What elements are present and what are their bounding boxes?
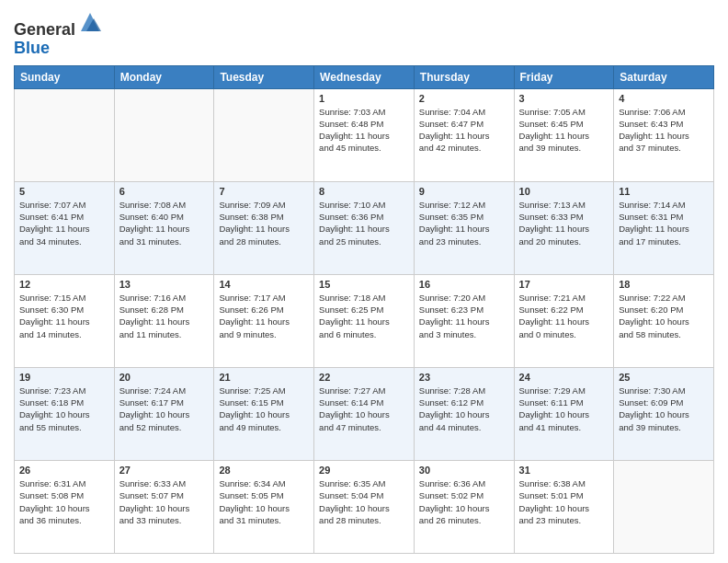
calendar-week-3: 12Sunrise: 7:15 AM Sunset: 6:30 PM Dayli… — [15, 274, 714, 367]
logo-icon — [77, 9, 103, 35]
day-number: 18 — [619, 279, 709, 290]
page: General Blue SundayMondayTuesdayWednesda… — [0, 0, 728, 563]
calendar-cell: 8Sunrise: 7:10 AM Sunset: 6:36 PM Daylig… — [314, 181, 415, 274]
day-number: 16 — [419, 279, 509, 290]
day-info: Sunrise: 7:07 AM Sunset: 6:41 PM Dayligh… — [19, 199, 109, 247]
day-number: 30 — [419, 465, 509, 476]
day-info: Sunrise: 7:14 AM Sunset: 6:31 PM Dayligh… — [619, 199, 709, 247]
calendar-cell — [15, 88, 115, 181]
calendar-cell: 6Sunrise: 7:08 AM Sunset: 6:40 PM Daylig… — [114, 181, 214, 274]
day-info: Sunrise: 7:16 AM Sunset: 6:28 PM Dayligh… — [119, 292, 210, 340]
day-number: 10 — [519, 186, 609, 197]
day-info: Sunrise: 7:27 AM Sunset: 6:14 PM Dayligh… — [319, 385, 409, 433]
logo-blue-text: Blue — [14, 39, 50, 57]
day-info: Sunrise: 6:31 AM Sunset: 5:08 PM Dayligh… — [19, 477, 109, 526]
day-info: Sunrise: 7:17 AM Sunset: 6:26 PM Dayligh… — [219, 292, 309, 340]
calendar-table: SundayMondayTuesdayWednesdayThursdayFrid… — [14, 65, 714, 554]
day-info: Sunrise: 7:10 AM Sunset: 6:36 PM Dayligh… — [319, 199, 409, 247]
day-number: 14 — [219, 279, 309, 290]
day-number: 6 — [119, 186, 210, 197]
day-info: Sunrise: 7:15 AM Sunset: 6:30 PM Dayligh… — [19, 292, 109, 340]
day-number: 28 — [219, 465, 309, 476]
calendar-cell: 4Sunrise: 7:06 AM Sunset: 6:43 PM Daylig… — [614, 88, 714, 181]
calendar-cell: 14Sunrise: 7:17 AM Sunset: 6:26 PM Dayli… — [214, 274, 314, 367]
calendar-cell: 9Sunrise: 7:12 AM Sunset: 6:35 PM Daylig… — [414, 181, 514, 274]
day-number: 26 — [19, 465, 109, 476]
day-number: 12 — [19, 279, 109, 290]
day-number: 29 — [319, 465, 409, 476]
calendar-cell: 7Sunrise: 7:09 AM Sunset: 6:38 PM Daylig… — [214, 181, 314, 274]
calendar-header-saturday: Saturday — [614, 65, 714, 88]
day-number: 17 — [519, 279, 609, 290]
day-info: Sunrise: 7:20 AM Sunset: 6:23 PM Dayligh… — [419, 292, 509, 340]
calendar-header-friday: Friday — [514, 65, 614, 88]
calendar-cell: 16Sunrise: 7:20 AM Sunset: 6:23 PM Dayli… — [414, 274, 514, 367]
calendar-cell: 11Sunrise: 7:14 AM Sunset: 6:31 PM Dayli… — [614, 181, 714, 274]
calendar-week-4: 19Sunrise: 7:23 AM Sunset: 6:18 PM Dayli… — [15, 367, 714, 460]
calendar-header-tuesday: Tuesday — [214, 65, 314, 88]
day-info: Sunrise: 7:05 AM Sunset: 6:45 PM Dayligh… — [519, 106, 609, 155]
day-number: 15 — [319, 279, 409, 290]
calendar-cell: 3Sunrise: 7:05 AM Sunset: 6:45 PM Daylig… — [514, 88, 614, 181]
calendar-cell: 13Sunrise: 7:16 AM Sunset: 6:28 PM Dayli… — [114, 274, 214, 367]
day-number: 9 — [419, 186, 509, 197]
day-number: 23 — [419, 372, 509, 383]
day-number: 3 — [519, 93, 609, 104]
calendar-header-sunday: Sunday — [15, 65, 115, 88]
day-info: Sunrise: 6:34 AM Sunset: 5:05 PM Dayligh… — [219, 477, 309, 526]
day-info: Sunrise: 7:30 AM Sunset: 6:09 PM Dayligh… — [619, 385, 709, 433]
calendar-header-thursday: Thursday — [414, 65, 514, 88]
day-info: Sunrise: 7:09 AM Sunset: 6:38 PM Dayligh… — [219, 199, 309, 247]
day-info: Sunrise: 6:33 AM Sunset: 5:07 PM Dayligh… — [119, 477, 210, 526]
day-info: Sunrise: 6:36 AM Sunset: 5:02 PM Dayligh… — [419, 477, 509, 526]
day-info: Sunrise: 7:21 AM Sunset: 6:22 PM Dayligh… — [519, 292, 609, 340]
calendar-cell — [614, 460, 714, 553]
calendar-cell: 24Sunrise: 7:29 AM Sunset: 6:11 PM Dayli… — [514, 367, 614, 460]
calendar-cell: 1Sunrise: 7:03 AM Sunset: 6:48 PM Daylig… — [314, 88, 415, 181]
calendar-week-2: 5Sunrise: 7:07 AM Sunset: 6:41 PM Daylig… — [15, 181, 714, 274]
calendar-cell: 29Sunrise: 6:35 AM Sunset: 5:04 PM Dayli… — [314, 460, 415, 553]
calendar-cell: 18Sunrise: 7:22 AM Sunset: 6:20 PM Dayli… — [614, 274, 714, 367]
day-info: Sunrise: 7:25 AM Sunset: 6:15 PM Dayligh… — [219, 385, 309, 433]
day-info: Sunrise: 7:22 AM Sunset: 6:20 PM Dayligh… — [619, 292, 709, 340]
day-number: 5 — [19, 186, 109, 197]
calendar-header-row: SundayMondayTuesdayWednesdayThursdayFrid… — [15, 65, 714, 88]
day-number: 24 — [519, 372, 609, 383]
calendar-cell: 28Sunrise: 6:34 AM Sunset: 5:05 PM Dayli… — [214, 460, 314, 553]
day-number: 13 — [119, 279, 210, 290]
calendar-cell: 26Sunrise: 6:31 AM Sunset: 5:08 PM Dayli… — [15, 460, 115, 553]
calendar-cell: 30Sunrise: 6:36 AM Sunset: 5:02 PM Dayli… — [414, 460, 514, 553]
day-number: 4 — [619, 93, 709, 104]
calendar-week-5: 26Sunrise: 6:31 AM Sunset: 5:08 PM Dayli… — [15, 460, 714, 553]
calendar-cell: 2Sunrise: 7:04 AM Sunset: 6:47 PM Daylig… — [414, 88, 514, 181]
day-info: Sunrise: 6:38 AM Sunset: 5:01 PM Dayligh… — [519, 477, 609, 526]
day-number: 7 — [219, 186, 309, 197]
day-number: 21 — [219, 372, 309, 383]
calendar-cell: 15Sunrise: 7:18 AM Sunset: 6:25 PM Dayli… — [314, 274, 415, 367]
calendar-header-wednesday: Wednesday — [314, 65, 415, 88]
day-number: 27 — [119, 465, 210, 476]
calendar-cell: 5Sunrise: 7:07 AM Sunset: 6:41 PM Daylig… — [15, 181, 115, 274]
calendar-cell: 22Sunrise: 7:27 AM Sunset: 6:14 PM Dayli… — [314, 367, 415, 460]
calendar-header-monday: Monday — [114, 65, 214, 88]
calendar-cell: 23Sunrise: 7:28 AM Sunset: 6:12 PM Dayli… — [414, 367, 514, 460]
day-number: 22 — [319, 372, 409, 383]
calendar-cell: 31Sunrise: 6:38 AM Sunset: 5:01 PM Dayli… — [514, 460, 614, 553]
calendar-cell — [214, 88, 314, 181]
day-info: Sunrise: 7:06 AM Sunset: 6:43 PM Dayligh… — [619, 106, 709, 155]
day-number: 8 — [319, 186, 409, 197]
day-number: 31 — [519, 465, 609, 476]
day-info: Sunrise: 7:23 AM Sunset: 6:18 PM Dayligh… — [19, 385, 109, 433]
calendar-cell: 10Sunrise: 7:13 AM Sunset: 6:33 PM Dayli… — [514, 181, 614, 274]
day-info: Sunrise: 7:03 AM Sunset: 6:48 PM Dayligh… — [319, 106, 409, 155]
day-number: 20 — [119, 372, 210, 383]
calendar-cell: 21Sunrise: 7:25 AM Sunset: 6:15 PM Dayli… — [214, 367, 314, 460]
calendar-cell — [114, 88, 214, 181]
logo-general-text: General — [14, 20, 75, 39]
day-number: 25 — [619, 372, 709, 383]
day-info: Sunrise: 7:12 AM Sunset: 6:35 PM Dayligh… — [419, 199, 509, 247]
calendar-cell: 27Sunrise: 6:33 AM Sunset: 5:07 PM Dayli… — [114, 460, 214, 553]
day-info: Sunrise: 7:08 AM Sunset: 6:40 PM Dayligh… — [119, 199, 210, 247]
day-info: Sunrise: 6:35 AM Sunset: 5:04 PM Dayligh… — [319, 477, 409, 526]
calendar-cell: 25Sunrise: 7:30 AM Sunset: 6:09 PM Dayli… — [614, 367, 714, 460]
